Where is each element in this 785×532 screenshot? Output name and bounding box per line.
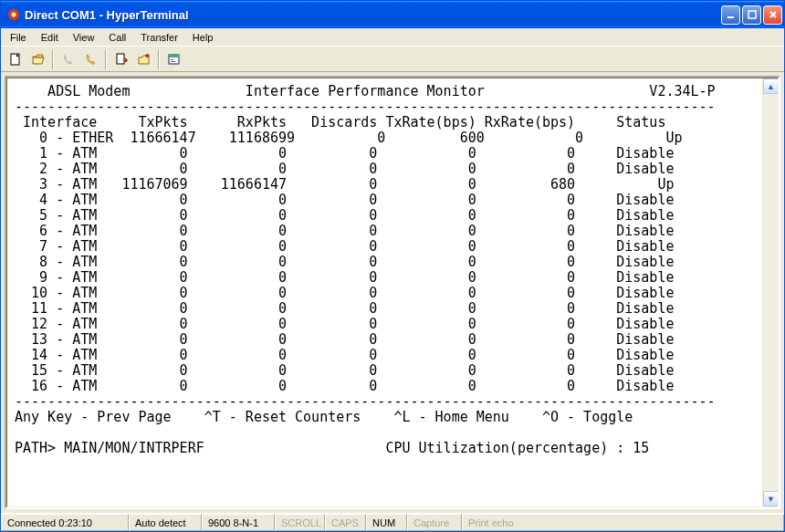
- svg-rect-7: [169, 55, 179, 57]
- terminal-output: ADSL Modem Interface Performance Monitor…: [7, 78, 778, 462]
- minimize-button[interactable]: [721, 5, 740, 25]
- send-file-button[interactable]: [110, 49, 131, 69]
- titlebar[interactable]: Direct COM1 - HyperTerminal: [1, 1, 784, 28]
- properties-icon: [167, 52, 182, 67]
- menubar: File Edit View Call Transfer Help: [1, 28, 784, 47]
- phone-hangup-icon: [84, 52, 99, 67]
- separator-icon: [158, 49, 160, 69]
- toolbar: [1, 47, 784, 72]
- new-connection-button[interactable]: [5, 49, 26, 69]
- client-area: ADSL Modem Interface Performance Monitor…: [1, 72, 784, 513]
- vertical-scrollbar[interactable]: ▲ ▼: [762, 78, 778, 506]
- separator-icon: [105, 49, 107, 69]
- status-port-settings: 9600 8-N-1: [202, 514, 275, 531]
- window-title: Direct COM1 - HyperTerminal: [25, 8, 721, 22]
- status-scroll: SCROLL: [275, 514, 325, 531]
- svg-rect-8: [171, 59, 173, 60]
- status-connected: Connected 0:23:10: [1, 514, 129, 531]
- new-document-icon: [8, 52, 23, 67]
- separator-icon: [52, 49, 54, 69]
- open-button[interactable]: [27, 49, 48, 69]
- status-printecho: Print echo: [462, 514, 784, 531]
- properties-button[interactable]: [163, 49, 184, 69]
- disconnect-button[interactable]: [80, 49, 101, 69]
- terminal-frame: ADSL Modem Interface Performance Monitor…: [5, 76, 780, 509]
- svg-rect-5: [117, 54, 124, 64]
- status-num: NUM: [366, 514, 407, 531]
- terminal[interactable]: ADSL Modem Interface Performance Monitor…: [6, 78, 779, 507]
- svg-rect-3: [748, 11, 756, 18]
- receive-file-button[interactable]: [133, 49, 154, 69]
- menu-transfer[interactable]: Transfer: [133, 30, 185, 45]
- statusbar: Connected 0:23:10 Auto detect 9600 8-N-1…: [1, 513, 784, 531]
- menu-file[interactable]: File: [3, 30, 34, 45]
- folder-open-icon: [31, 52, 46, 67]
- menu-edit[interactable]: Edit: [34, 30, 66, 45]
- scroll-down-button[interactable]: ▼: [763, 491, 779, 506]
- svg-rect-2: [727, 16, 734, 18]
- menu-view[interactable]: View: [66, 30, 102, 45]
- app-window: Direct COM1 - HyperTerminal File Edit Vi…: [0, 0, 785, 532]
- status-autodetect: Auto detect: [129, 514, 202, 531]
- scroll-up-button[interactable]: ▲: [763, 78, 779, 94]
- svg-rect-9: [171, 61, 175, 62]
- call-button[interactable]: [58, 49, 78, 69]
- document-send-icon: [114, 52, 129, 67]
- status-capture: Capture: [407, 514, 462, 531]
- folder-receive-icon: [137, 52, 152, 67]
- close-button[interactable]: [763, 5, 782, 25]
- svg-point-1: [12, 13, 16, 17]
- maximize-button[interactable]: [742, 5, 761, 25]
- menu-help[interactable]: Help: [185, 30, 221, 45]
- phone-icon: [61, 52, 76, 67]
- app-icon: [6, 7, 21, 22]
- menu-call[interactable]: Call: [101, 30, 133, 45]
- status-caps: CAPS: [325, 514, 366, 531]
